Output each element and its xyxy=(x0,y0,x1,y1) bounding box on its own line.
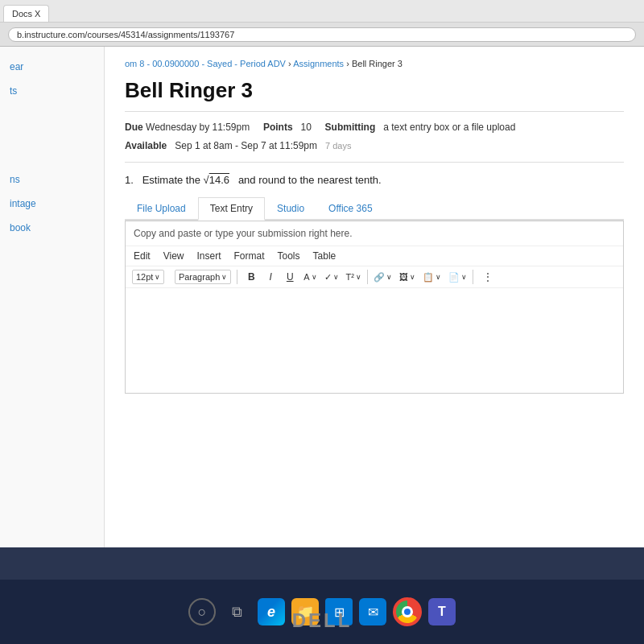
submitting-value: a text entry box or a file upload xyxy=(383,122,515,133)
tab-file-upload[interactable]: File Upload xyxy=(125,197,198,221)
title-divider xyxy=(125,111,624,112)
menu-edit[interactable]: Edit xyxy=(134,250,151,262)
embed-dropdown[interactable]: 📋 xyxy=(423,272,441,283)
submission-tabs: File Upload Text Entry Studio Office 365 xyxy=(125,197,624,221)
tab-studio[interactable]: Studio xyxy=(265,197,316,221)
menu-insert[interactable]: Insert xyxy=(196,250,221,262)
points-value: 10 xyxy=(301,122,312,133)
page-content: ear ts ns intage book om 8 - xyxy=(0,47,644,580)
menu-table[interactable]: Table xyxy=(313,250,336,262)
browser-tab-docs[interactable]: Docs X xyxy=(3,5,49,22)
menu-tools[interactable]: Tools xyxy=(278,250,300,262)
taskbar-edge-icon[interactable]: e xyxy=(258,598,285,625)
editor-toolbar: 12pt Paragraph B I U A ✓ T² xyxy=(126,266,623,288)
tab-office-365[interactable]: Office 365 xyxy=(316,197,384,221)
image-dropdown[interactable]: 🖼 xyxy=(399,272,415,282)
highlight-dropdown[interactable]: ✓ xyxy=(324,272,339,283)
taskbar-mail-icon[interactable]: ✉ xyxy=(359,598,386,625)
submitting-label: Submitting xyxy=(325,122,376,133)
sidebar-item-ear[interactable]: ear xyxy=(0,55,104,79)
sqrt-content: 14.6 xyxy=(209,174,229,186)
available-label: Available xyxy=(125,140,167,151)
taskbar-chrome-icon[interactable] xyxy=(393,597,422,626)
link-dropdown[interactable]: 🔗 xyxy=(374,272,392,283)
address-bar: b.instructure.com/courses/45314/assignme… xyxy=(0,23,644,47)
dell-logo: DELL xyxy=(292,609,353,632)
question-number: 1. xyxy=(125,174,134,186)
sidebar-item-ts[interactable]: ts xyxy=(0,79,104,103)
available-value: Sep 1 at 8am - Sep 7 at 11:59pm xyxy=(175,140,317,151)
url-bar[interactable]: b.instructure.com/courses/45314/assignme… xyxy=(8,27,636,42)
breadcrumb: om 8 - 00.0900000 - Sayed - Period ADV ›… xyxy=(125,59,624,68)
text-editor: Copy and paste or type your submission r… xyxy=(125,221,624,394)
due-value: Wednesday by 11:59pm xyxy=(146,122,250,133)
font-size-select[interactable]: 12pt xyxy=(132,270,164,284)
taskbar: ○ ⧉ e 📁 ⊞ ✉ T DELL xyxy=(0,580,644,644)
sqrt-symbol: √ xyxy=(204,174,209,186)
toolbar-divider-3 xyxy=(473,270,473,284)
assignment-meta-row2: Available Sep 1 at 8am - Sep 7 at 11:59p… xyxy=(125,138,624,154)
taskbar-teams-icon[interactable]: T xyxy=(428,598,456,625)
more-options-button[interactable]: ⋮ xyxy=(479,270,497,284)
breadcrumb-link-course[interactable]: om 8 - 00.0900000 - Sayed - Period ADV xyxy=(125,59,286,68)
due-label: Due xyxy=(125,122,143,133)
breadcrumb-current: Bell Ringer 3 xyxy=(352,59,402,68)
font-color-dropdown[interactable]: A xyxy=(303,272,316,282)
sidebar-item-book[interactable]: book xyxy=(0,216,104,240)
question-text1: Estimate the xyxy=(142,174,200,186)
question: 1. Estimate the √14.6 and round to the n… xyxy=(125,174,624,186)
meta-divider xyxy=(125,162,624,163)
editor-body[interactable] xyxy=(126,288,623,393)
italic-button[interactable]: I xyxy=(262,270,279,284)
taskbar-taskview-icon[interactable]: ⧉ xyxy=(222,597,251,626)
tab-text-entry[interactable]: Text Entry xyxy=(198,197,265,221)
underline-button[interactable]: U xyxy=(282,270,298,284)
assignment-meta-row1: Due Wednesday by 11:59pm Points 10 Submi… xyxy=(125,120,624,135)
monitor-frame: Docs X b.instructure.com/courses/45314/a… xyxy=(0,0,644,644)
screen: Docs X b.instructure.com/courses/45314/a… xyxy=(0,0,644,580)
page-title: Bell Ringer 3 xyxy=(125,78,624,103)
editor-hint: Copy and paste or type your submission r… xyxy=(126,221,623,246)
toolbar-divider-1 xyxy=(237,270,237,284)
superscript-dropdown[interactable]: T² xyxy=(346,272,361,282)
paragraph-select[interactable]: Paragraph xyxy=(175,270,231,284)
sidebar: ear ts ns intage book xyxy=(0,47,105,580)
available-days: 7 days xyxy=(325,141,351,151)
main-content: om 8 - 00.0900000 - Sayed - Period ADV ›… xyxy=(105,47,644,580)
bold-button[interactable]: B xyxy=(243,270,259,284)
points-label: Points xyxy=(263,122,293,133)
screen-lower-panel xyxy=(0,547,644,580)
sidebar-item-intage[interactable]: intage xyxy=(0,192,104,216)
breadcrumb-link-assignments[interactable]: Assignments xyxy=(293,59,344,68)
doc-dropdown[interactable]: 📄 xyxy=(448,272,467,283)
taskbar-search-icon[interactable]: ○ xyxy=(188,598,216,625)
question-text2: and round to the nearest tenth. xyxy=(238,174,382,186)
toolbar-divider-2 xyxy=(367,270,368,284)
browser-tabs: Docs X xyxy=(0,0,644,23)
menu-format[interactable]: Format xyxy=(234,250,265,262)
sidebar-item-ns[interactable]: ns xyxy=(0,167,104,192)
editor-menu-bar: Edit View Insert Format Tools Table xyxy=(126,246,623,266)
menu-view[interactable]: View xyxy=(163,250,184,262)
